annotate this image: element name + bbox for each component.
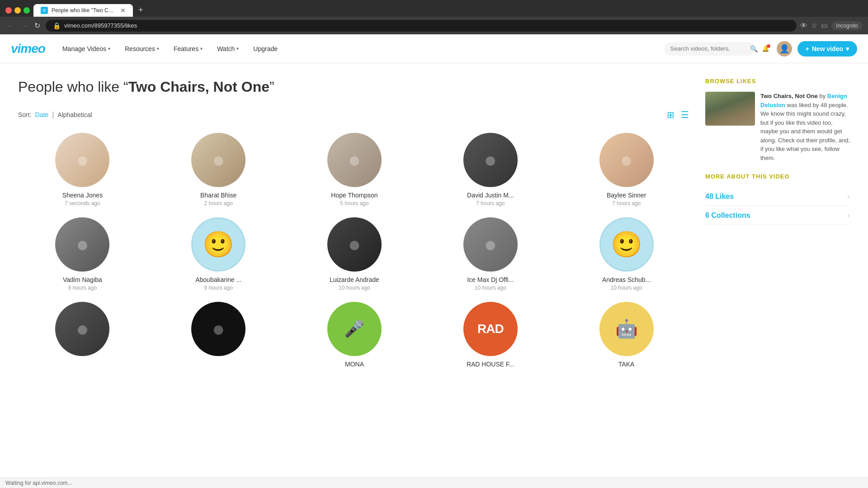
person-name: Ice Max Dj Offi... <box>467 276 514 283</box>
search-input[interactable] <box>670 45 746 52</box>
user-avatar[interactable]: 👤 <box>777 41 792 56</box>
person-avatar: ● <box>191 302 245 356</box>
back-button[interactable]: ← <box>5 20 16 32</box>
tab-close-icon[interactable]: ✕ <box>120 7 126 14</box>
person-time: 7 seconds ago <box>65 200 100 206</box>
person-time: 7 hours ago <box>476 200 505 206</box>
browse-likes-section: BROWSE LIKES Two Chairs, Not One by Beni… <box>705 78 850 162</box>
person-card[interactable]: 🙂Andreas Schub...10 hours ago <box>562 217 691 291</box>
person-card[interactable]: RADRAD HOUSE F... <box>426 302 555 369</box>
chevron-down-icon: ▾ <box>846 45 849 52</box>
person-card[interactable]: ●Vadim Nagiba8 hours ago <box>18 217 147 291</box>
person-card[interactable]: 🎤MONA <box>290 302 419 369</box>
vimeo-nav: vimeo Manage Videos ▾ Resources ▾ Featur… <box>0 34 868 63</box>
smiley-icon: 🙂 <box>203 230 234 259</box>
close-button[interactable] <box>5 7 12 14</box>
person-time: 2 hours ago <box>204 200 233 206</box>
person-card[interactable]: ●Bharat Bhise2 hours ago <box>154 133 283 206</box>
person-time: 5 hours ago <box>340 200 368 206</box>
chevron-down-icon: ▾ <box>236 46 239 51</box>
star-icon[interactable]: ☆ <box>811 21 817 30</box>
person-card[interactable]: ●Sheena Jones7 seconds ago <box>18 133 147 206</box>
person-avatar: ● <box>55 133 109 187</box>
likes-stat-row[interactable]: 48 Likes › <box>705 187 850 206</box>
vimeo-logo[interactable]: vimeo <box>11 42 45 56</box>
maximize-button[interactable] <box>24 7 30 14</box>
chevron-down-icon: ▾ <box>200 46 203 51</box>
more-section: MORE ABOUT THIS VIDEO 48 Likes › 6 Colle… <box>705 173 850 225</box>
nav-features[interactable]: Features ▾ <box>167 42 209 56</box>
person-card[interactable]: ●Luizarde Andrade10 hours ago <box>290 217 419 291</box>
person-time: 9 hours ago <box>204 285 233 291</box>
new-tab-button[interactable]: + <box>135 4 147 17</box>
window-controls <box>5 7 30 14</box>
sort-by-alpha[interactable]: Alphabetical <box>57 111 92 118</box>
nav-resources[interactable]: Resources ▾ <box>118 42 165 56</box>
person-card[interactable]: 🤖TAKA <box>562 302 691 369</box>
sort-by-date[interactable]: Date <box>35 111 49 118</box>
active-tab[interactable]: V People who like "Two Chai... ✕ <box>33 4 133 17</box>
person-card[interactable]: ● <box>154 302 283 369</box>
sort-bar: Sort: Date | Alphabetical ⊞ ☰ <box>18 108 691 122</box>
sidebar: BROWSE LIKES Two Chairs, Not One by Beni… <box>705 78 850 369</box>
refresh-button[interactable]: ↻ <box>33 19 42 32</box>
tab-title: People who like "Two Chai... <box>52 7 117 14</box>
person-name: Sheena Jones <box>62 192 103 199</box>
plus-icon: + <box>806 45 809 52</box>
tab-bar: V People who like "Two Chai... ✕ + <box>33 4 863 17</box>
collections-arrow-icon: › <box>847 211 850 220</box>
people-grid: ●Sheena Jones7 seconds ago●Bharat Bhise2… <box>18 133 691 369</box>
collections-stat-row[interactable]: 6 Collections › <box>705 206 850 225</box>
person-card[interactable]: ●Ice Max Dj Offi...10 hours ago <box>426 217 555 291</box>
forward-button[interactable]: → <box>19 20 30 32</box>
person-card[interactable]: ●Baylee Sinner7 hours ago <box>562 133 691 206</box>
minimize-button[interactable] <box>14 7 21 14</box>
more-about-title: MORE ABOUT THIS VIDEO <box>705 173 850 180</box>
sidebar-toggle-icon[interactable]: ▭ <box>821 21 828 30</box>
list-view-button[interactable]: ☰ <box>679 108 691 122</box>
url-bar[interactable]: 🔒 vimeo.com/895977355/likes <box>46 20 797 32</box>
person-name: Luizarde Andrade <box>330 276 379 283</box>
browse-likes-title: BROWSE LIKES <box>705 78 850 84</box>
nav-upgrade[interactable]: Upgrade <box>247 42 284 56</box>
person-avatar: ● <box>327 217 382 272</box>
person-time: 10 hours ago <box>475 285 506 291</box>
main-content: People who like “Two Chairs, Not One” So… <box>0 63 868 384</box>
person-name: Vadim Nagiba <box>63 276 102 283</box>
person-name: David Justin M... <box>467 192 514 199</box>
person-avatar: 🎤 <box>327 302 382 356</box>
grid-view-button[interactable]: ⊞ <box>665 108 676 122</box>
person-time: 10 hours ago <box>339 285 370 291</box>
incognito-badge: Incognito <box>831 21 863 30</box>
person-avatar: ● <box>327 133 382 187</box>
address-bar: ← → ↻ 🔒 vimeo.com/895977355/likes 👁 ☆ ▭ … <box>0 17 868 34</box>
person-card[interactable]: 🙂Aboubakarine ...9 hours ago <box>154 217 283 291</box>
view-toggles: ⊞ ☰ <box>665 108 691 122</box>
sort-label: Sort: <box>18 111 32 118</box>
nav-watch[interactable]: Watch ▾ <box>211 42 245 56</box>
person-card[interactable]: ●David Justin M...7 hours ago <box>426 133 555 206</box>
browser-chrome: V People who like "Two Chai... ✕ + <box>0 0 868 17</box>
nav-manage-videos[interactable]: Manage Videos ▾ <box>56 42 117 56</box>
notifications-button[interactable]: 🔔 <box>760 43 771 54</box>
person-avatar: ● <box>191 133 245 187</box>
person-avatar: ● <box>463 217 518 272</box>
video-description: was liked by 48 people. We know this mig… <box>760 102 850 161</box>
video-by-text: by <box>820 93 827 99</box>
person-card[interactable]: ● <box>18 302 147 369</box>
video-thumbnail[interactable] <box>705 92 755 126</box>
search-bar[interactable]: 🔍 <box>664 42 755 56</box>
new-video-button[interactable]: + New video ▾ <box>797 41 857 56</box>
url-text: vimeo.com/895977355/likes <box>64 22 789 29</box>
person-name: Andreas Schub... <box>602 276 651 283</box>
person-time: 8 hours ago <box>68 285 97 291</box>
person-avatar: ● <box>463 133 518 187</box>
likes-arrow-icon: › <box>847 192 850 201</box>
eye-icon[interactable]: 👁 <box>800 22 807 30</box>
person-avatar: 🙂 <box>599 217 654 272</box>
person-card[interactable]: ●Hope Thompson5 hours ago <box>290 133 419 206</box>
video-title-link[interactable]: Two Chairs, Not One <box>760 93 818 99</box>
notification-dot <box>767 44 770 48</box>
search-icon: 🔍 <box>750 45 758 52</box>
person-name: RAD HOUSE F... <box>467 361 514 368</box>
